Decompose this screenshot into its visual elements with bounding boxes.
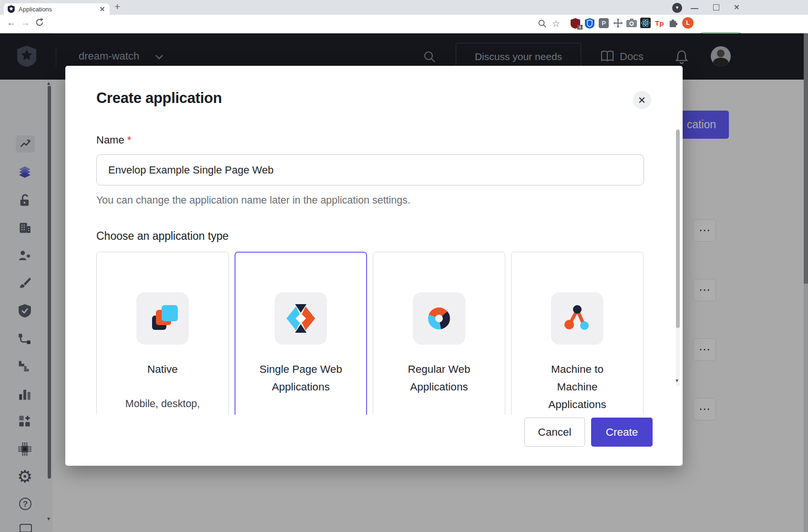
browser-toolbar: ← → manage.auth0.com/dashboard/eu/dream-… (0, 15, 808, 33)
single-page-app-icon (275, 292, 327, 345)
browser-profile-avatar[interactable]: L (682, 17, 694, 29)
native-icon (136, 292, 189, 345)
app-type-description: Traditional web (391, 413, 487, 415)
camera-extension-icon[interactable] (626, 19, 637, 27)
create-button[interactable]: Create (591, 418, 653, 447)
app-type-name: Machine to Machine Applications (542, 360, 613, 413)
profile-chip-icon[interactable]: ▼ (672, 3, 682, 13)
bitwarden-extension-icon[interactable] (585, 18, 594, 29)
reload-button[interactable] (35, 18, 44, 27)
zoom-icon[interactable] (538, 19, 547, 28)
application-name-input[interactable] (96, 154, 644, 185)
tab-title: Applications (19, 6, 99, 13)
new-tab-button[interactable]: + (114, 1, 120, 12)
tp-extension-icon[interactable]: Tp (655, 19, 664, 27)
window-maximize-button[interactable] (713, 4, 719, 10)
app-type-name: Regular Web Applications (396, 360, 482, 396)
create-application-modal: Create application Name * You can change… (65, 66, 683, 466)
move-extension-icon[interactable] (613, 18, 624, 29)
browser-titlebar: Applications + ▼ (0, 0, 808, 15)
choose-type-label: Choose an application type (96, 230, 228, 243)
ublock-badge: 4 (577, 25, 583, 30)
modal-body: Create application Name * You can change… (65, 66, 683, 415)
browser-tab-applications[interactable]: Applications (4, 3, 110, 15)
modal-scroll-down-icon[interactable]: ▾ (675, 378, 678, 383)
p-extension-icon[interactable]: P (599, 18, 609, 28)
forward-button[interactable]: → (21, 18, 30, 28)
app-type-name: Native (110, 360, 215, 378)
app-type-description: Mobile, desktop, CLI and smart (117, 395, 208, 415)
tab-close-icon[interactable] (99, 6, 106, 12)
app-type-card-regular-web[interactable]: Regular Web Applications Traditional web (373, 252, 505, 415)
app-type-card-spa[interactable]: Single Page Web Applications A JavaScrip… (235, 252, 367, 415)
browser-window: Applications + ▼ ← → manage.auth0.com/da… (0, 0, 808, 532)
name-label: Name * (96, 134, 131, 146)
machine-to-machine-icon (551, 292, 603, 345)
react-devtools-extension-icon[interactable] (640, 18, 651, 28)
modal-scrollbar-thumb[interactable] (676, 130, 680, 328)
name-help-text: You can change the application name late… (96, 194, 410, 206)
app-type-name: Single Page Web Applications (253, 360, 348, 396)
auth0-favicon-icon (8, 5, 15, 13)
close-icon (638, 96, 646, 104)
regular-web-app-icon (413, 292, 465, 345)
window-minimize-button[interactable] (691, 8, 698, 9)
modal-title: Create application (96, 90, 222, 107)
app-type-card-m2m[interactable]: Machine to Machine Applications (511, 252, 644, 415)
app-type-card-native[interactable]: Native Mobile, desktop, CLI and smart (96, 252, 229, 415)
bookmark-star-icon[interactable]: ☆ (552, 18, 560, 29)
ublock-extension-icon[interactable]: 4 (571, 18, 581, 29)
cancel-button[interactable]: Cancel (524, 418, 585, 447)
required-asterisk: * (127, 134, 132, 146)
back-button[interactable]: ← (7, 18, 16, 28)
extensions-puzzle-icon[interactable] (668, 18, 678, 28)
modal-close-button[interactable] (633, 91, 651, 109)
app-type-description: A JavaScript (253, 413, 348, 415)
